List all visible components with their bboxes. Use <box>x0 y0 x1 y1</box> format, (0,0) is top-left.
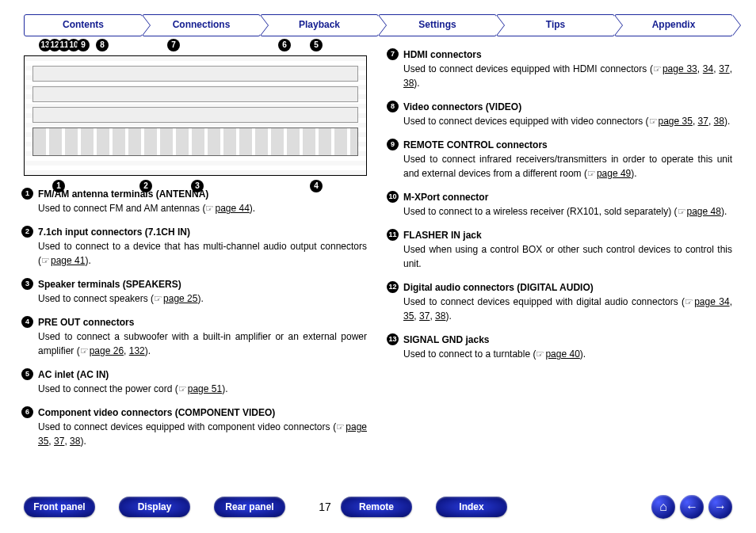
item-10: 10M-XPort connectorUsed to connect to a … <box>403 190 732 219</box>
item-1: 1FM/AM antenna terminals (ANTENNA)Used t… <box>38 187 367 215</box>
item-desc: Used to connect to a turntable (page 40)… <box>403 347 732 361</box>
item-9: 9REMOTE CONTROL connectorsUsed to connec… <box>403 138 732 181</box>
item-number-9: 9 <box>387 139 399 150</box>
page-link[interactable]: page 48 <box>687 206 721 217</box>
item-title: FM/AM antenna terminals (ANTENNA) <box>38 187 367 201</box>
item-desc: Used to connect devices equipped with vi… <box>403 114 732 128</box>
page-link[interactable]: 35 <box>403 310 414 322</box>
hand-icon <box>685 296 694 307</box>
item-12: 12Digital audio connectors (DIGITAL AUDI… <box>403 280 732 323</box>
page-link[interactable]: page 41 <box>51 255 85 266</box>
page-link[interactable]: 37 <box>419 310 430 322</box>
page-link[interactable]: page 51 <box>188 383 222 394</box>
bottom-bar: Front panelDisplayRear panel 17 RemoteIn… <box>24 495 732 519</box>
item-title: AC inlet (AC IN) <box>38 367 367 382</box>
item-desc: Used to connect to a wireless receiver (… <box>403 204 732 219</box>
hand-icon <box>205 203 215 214</box>
item-13: 13SIGNAL GND jacksUsed to connect to a t… <box>403 333 732 361</box>
hand-icon <box>178 383 188 394</box>
tab-playback[interactable]: Playback <box>260 14 379 36</box>
tab-contents[interactable]: Contents <box>24 14 143 36</box>
hand-icon <box>336 421 346 432</box>
item-number-12: 12 <box>387 281 399 293</box>
rear-panel-diagram: 13121110987651234 <box>24 55 367 176</box>
page-link[interactable]: page 26 <box>90 345 124 356</box>
callout-9: 9 <box>77 39 90 51</box>
tab-connections[interactable]: Connections <box>142 14 261 36</box>
rear-panel-button[interactable]: Rear panel <box>214 497 285 517</box>
callout-6: 6 <box>278 39 291 51</box>
page-link[interactable]: page 25 <box>163 293 197 304</box>
page-link[interactable]: 38 <box>403 78 414 89</box>
page-link[interactable]: page 35 <box>38 421 367 447</box>
item-title: HDMI connectors <box>403 48 732 62</box>
item-number-6: 6 <box>21 406 33 418</box>
item-11: 11FLASHER IN jackUsed when using a contr… <box>403 228 732 271</box>
item-5: 5AC inlet (AC IN)Used to connect the pow… <box>38 367 367 396</box>
hand-icon <box>587 168 597 179</box>
item-number-3: 3 <box>21 278 33 290</box>
item-desc: Used to connect a subwoofer with a built… <box>38 329 367 358</box>
item-desc: Used to connect infrared receivers/trans… <box>403 152 732 181</box>
hand-icon <box>649 116 659 127</box>
item-title: Video connectors (VIDEO) <box>403 100 732 114</box>
remote-button[interactable]: Remote <box>341 497 412 517</box>
page-link[interactable]: page 34 <box>694 296 730 307</box>
item-title: Speaker terminals (SPEAKERS) <box>38 277 367 291</box>
page-link[interactable]: 37 <box>54 436 64 447</box>
hand-icon <box>536 348 545 360</box>
item-title: 7.1ch input connectors (7.1CH IN) <box>38 225 367 239</box>
index-button[interactable]: Index <box>436 497 507 517</box>
page-link[interactable]: page 33 <box>662 63 697 74</box>
forward-button[interactable]: → <box>708 495 732 519</box>
hand-icon <box>154 293 163 304</box>
hand-icon <box>678 206 687 217</box>
back-button[interactable]: ← <box>680 495 704 519</box>
item-desc: Used when using a control BOX or other s… <box>403 242 732 271</box>
callout-5: 5 <box>310 39 323 51</box>
item-number-10: 10 <box>387 191 399 203</box>
page-link[interactable]: 37 <box>719 63 729 74</box>
item-6: 6Component video connectors (COMPONENT V… <box>38 405 367 448</box>
item-title: SIGNAL GND jacks <box>403 333 732 347</box>
page-link[interactable]: 132 <box>129 345 145 356</box>
page-link[interactable]: page 44 <box>215 203 249 214</box>
item-number-4: 4 <box>21 316 33 328</box>
page-number: 17 <box>309 501 341 513</box>
item-desc: Used to connect devices equipped with di… <box>403 295 732 323</box>
page-link[interactable]: page 35 <box>659 116 693 127</box>
callout-7: 7 <box>167 39 180 51</box>
item-4: 4PRE OUT connectorsUsed to connect a sub… <box>38 315 367 358</box>
item-title: PRE OUT connectors <box>38 315 367 329</box>
page-link[interactable]: 37 <box>698 116 708 127</box>
item-desc: Used to connect FM and AM antennas (page… <box>38 201 367 215</box>
page-link[interactable]: 34 <box>703 63 713 74</box>
tab-appendix[interactable]: Appendix <box>614 14 733 36</box>
item-number-13: 13 <box>387 333 399 345</box>
tab-tips[interactable]: Tips <box>496 14 615 36</box>
item-number-8: 8 <box>387 101 399 112</box>
hand-icon <box>653 63 662 74</box>
item-title: REMOTE CONTROL connectors <box>403 138 732 152</box>
front-panel-button[interactable]: Front panel <box>24 497 95 517</box>
item-3: 3Speaker terminals (SPEAKERS)Used to con… <box>38 277 367 306</box>
page-link[interactable]: 38 <box>714 116 724 127</box>
item-title: Digital audio connectors (DIGITAL AUDIO) <box>403 280 732 295</box>
page-link[interactable]: 38 <box>70 436 80 447</box>
home-button[interactable]: ⌂ <box>651 495 675 519</box>
item-number-11: 11 <box>387 229 399 241</box>
page-link[interactable]: page 49 <box>597 168 631 179</box>
item-number-2: 2 <box>21 226 33 238</box>
display-button[interactable]: Display <box>119 497 190 517</box>
page-link[interactable]: page 40 <box>545 348 579 360</box>
tab-settings[interactable]: Settings <box>378 14 497 36</box>
item-2: 27.1ch input connectors (7.1CH IN)Used t… <box>38 225 367 268</box>
item-desc: Used to connect devices equipped with HD… <box>403 62 732 90</box>
item-desc: Used to connect to a device that has mul… <box>38 239 367 268</box>
item-8: 8Video connectors (VIDEO)Used to connect… <box>403 100 732 128</box>
hand-icon <box>80 345 90 356</box>
item-number-7: 7 <box>387 48 399 60</box>
item-title: M-XPort connector <box>403 190 732 204</box>
page-link[interactable]: 38 <box>435 310 445 322</box>
item-number-1: 1 <box>21 188 33 200</box>
